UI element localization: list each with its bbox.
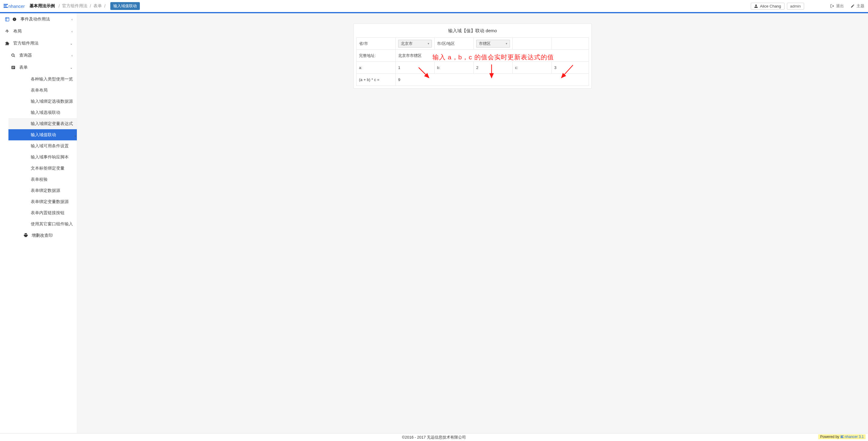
footer: ©2016 - 2017 无远信息技术有限公司 Powered by nhanc… [0, 433, 868, 441]
powered-brand: nhancer 3.1 [845, 435, 864, 439]
svg-line-8 [418, 67, 429, 78]
province-select[interactable]: 北京市 ▾ [398, 40, 432, 48]
table-row: (a + b) * c = 9 [356, 74, 589, 86]
label-address: 完整地址: [356, 50, 396, 62]
powered-by-badge[interactable]: Powered by nhancer 3.1 [818, 434, 866, 439]
sidebar-item[interactable]: 输入域选项联动 [8, 107, 77, 118]
svg-rect-0 [5, 18, 9, 21]
sidebar: i 事件及动作用法 ‹ 布局 ‹ 官方组件用法 ⌄ 查询器 [0, 13, 77, 433]
breadcrumb-sep: / [59, 4, 60, 8]
print-icon [24, 233, 28, 238]
svg-point-3 [12, 54, 14, 56]
breadcrumb-root[interactable]: 基本用法示例 [30, 3, 55, 9]
logout-button[interactable]: 退出 [830, 3, 844, 9]
cell-district-select: 市辖区 ▾ [474, 38, 513, 50]
cell-empty [513, 38, 552, 50]
sidebar-item[interactable]: 表单内置链接按钮 [8, 207, 77, 218]
svg-text:i: i [14, 18, 15, 21]
breadcrumb-sep: / [104, 4, 105, 8]
result-value: 9 [398, 77, 400, 82]
topbar-right: Alice Chang admin 退出 主题 [751, 3, 864, 10]
sidebar-subgroup-form[interactable]: 表单 ⌄ [8, 61, 77, 73]
sidebar-item[interactable]: 表单校验 [8, 174, 77, 185]
sidebar-item[interactable]: 输入域事件响应脚本 [8, 152, 77, 163]
sidebar-item-active[interactable]: 输入域值联动 [8, 129, 77, 140]
sidebar-item[interactable]: 文本标签绑定变量 [8, 163, 77, 174]
chevron-double-left-icon: « [74, 134, 76, 138]
sidebar-item-print[interactable]: 增删改查印 [8, 229, 77, 242]
user-name: Alice Chang [760, 4, 781, 8]
chevron-down-icon: ▾ [428, 42, 429, 45]
user-chip[interactable]: Alice Chang [751, 3, 784, 10]
sidebar-item[interactable]: 表单布局 [8, 85, 77, 96]
label-district: 市/区/地区 [435, 38, 474, 50]
sidebar-item[interactable]: 输入域绑定变量表达式 [8, 118, 77, 129]
logo-bars-icon [841, 436, 844, 438]
sidebar-item[interactable]: 表单绑定数据源 [8, 185, 77, 196]
sidebar-subgroup-label: 表单 [19, 65, 28, 70]
svg-rect-6 [12, 67, 14, 67]
footer-copyright: ©2016 - 2017 无远信息技术有限公司 [402, 435, 466, 440]
select-value: 北京市 [401, 41, 412, 46]
expand-icon [4, 17, 10, 22]
label-province: 省/市 [356, 38, 396, 50]
label-a: a: [356, 62, 396, 74]
sidebar-item[interactable]: 表单绑定变量数据源 [8, 196, 77, 207]
chevron-down-icon: ▾ [506, 42, 507, 45]
sidebar-collapse-button[interactable]: « [73, 131, 77, 140]
role-chip[interactable]: admin [787, 3, 804, 10]
breadcrumb-sep: / [90, 4, 91, 8]
table-row: 省/市 北京市 ▾ 市/区/地区 市辖区 ▾ [356, 38, 589, 50]
topbar: nhancer 基本用法示例 / 官方组件用法 / 表单 / 输入域值联动 Al… [0, 0, 868, 13]
sidebar-item-label: 增删改查印 [32, 233, 53, 238]
chevron-left-icon: ‹ [71, 54, 73, 57]
sidebar-item[interactable]: 各种输入类型使用一览 [8, 73, 77, 85]
sidebar-group-layout[interactable]: 布局 ‹ [0, 25, 77, 37]
brand-text: nhancer [8, 4, 25, 9]
label-expr: (a + b) * c = [356, 74, 396, 86]
info-icon: i [11, 17, 18, 21]
theme-label: 主题 [857, 3, 864, 9]
chevron-down-icon: ⌄ [70, 41, 73, 45]
sidebar-subgroup-label: 查询器 [19, 53, 32, 58]
svg-rect-7 [12, 68, 14, 68]
sidebar-item[interactable]: 输入域绑定选项数据源 [8, 96, 77, 107]
chevron-left-icon: ‹ [71, 30, 73, 33]
annotation-arrow-icon [558, 63, 577, 81]
select-value: 市辖区 [479, 41, 491, 46]
logout-icon [830, 4, 834, 8]
sidebar-item[interactable]: 输入域可用条件设置 [8, 140, 77, 152]
puzzle-icon [4, 41, 10, 46]
sidebar-group-official[interactable]: 官方组件用法 ⌄ [0, 37, 77, 50]
brand-logo[interactable]: nhancer [4, 4, 25, 9]
theme-button[interactable]: 主题 [850, 3, 864, 9]
sidebar-group-events[interactable]: i 事件及动作用法 ‹ [0, 13, 77, 25]
breadcrumb-current: 输入域值联动 [110, 2, 140, 10]
breadcrumb-item-1[interactable]: 官方组件用法 [62, 3, 87, 9]
search-icon [10, 53, 16, 58]
content-wrap: 输入域【值】联动 demo 省/市 北京市 ▾ 市/区/地区 [353, 24, 592, 89]
label-b: b: [435, 62, 474, 74]
chevron-left-icon: ‹ [71, 18, 73, 21]
list-icon [10, 65, 16, 70]
pencil-icon [850, 4, 855, 8]
sidebar-group-label: 布局 [13, 29, 22, 34]
powered-prefix: Powered by [820, 435, 839, 439]
breadcrumb-item-2[interactable]: 表单 [93, 3, 102, 9]
address-value: 北京市市辖区 [398, 53, 422, 58]
sidebar-item[interactable]: 使用其它窗口组件输入 [8, 218, 77, 229]
main-layout: i 事件及动作用法 ‹ 布局 ‹ 官方组件用法 ⌄ 查询器 [0, 13, 868, 433]
svg-line-10 [561, 65, 573, 78]
user-icon [754, 4, 758, 8]
cell-address: 北京市市辖区 [396, 50, 589, 62]
sidebar-group-label: 官方组件用法 [13, 41, 38, 46]
district-select[interactable]: 市辖区 ▾ [476, 40, 510, 48]
cell-empty [552, 38, 589, 50]
chevron-down-icon: ⌄ [70, 66, 73, 70]
cell-province-select: 北京市 ▾ [396, 38, 435, 50]
table-row: a: b: c: [356, 62, 589, 74]
form-panel: 输入域【值】联动 demo 省/市 北京市 ▾ 市/区/地区 [353, 24, 592, 89]
move-icon [4, 29, 10, 33]
sidebar-subgroup-query[interactable]: 查询器 ‹ [8, 50, 77, 61]
annotation-arrow-icon [484, 63, 499, 81]
